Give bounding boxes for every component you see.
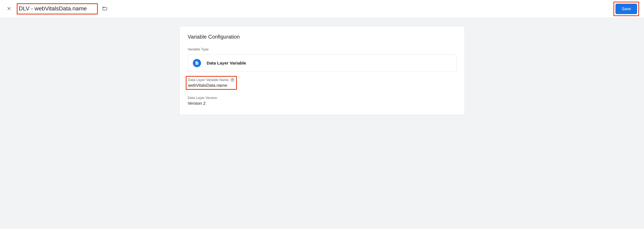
close-button[interactable] bbox=[5, 5, 13, 13]
dlv-version-value[interactable]: Version 2 bbox=[188, 101, 456, 106]
variable-name-input[interactable] bbox=[18, 5, 96, 13]
close-icon bbox=[6, 6, 12, 12]
folder-button[interactable] bbox=[101, 5, 109, 13]
editor-canvas: Variable Configuration Variable Type Dat… bbox=[0, 18, 644, 229]
variable-type-value: Data Layer Variable bbox=[207, 61, 246, 66]
config-section-title: Variable Configuration bbox=[188, 34, 456, 40]
data-layer-variable-icon bbox=[193, 59, 201, 67]
highlight-title bbox=[17, 3, 98, 15]
dlv-version-label: Data Layer Version bbox=[188, 96, 217, 100]
highlight-save: Save bbox=[614, 2, 639, 16]
variable-type-label: Variable Type bbox=[188, 47, 456, 52]
variable-config-card: Variable Configuration Variable Type Dat… bbox=[180, 26, 465, 115]
highlight-dlv-name: Data Layer Variable Name webVitalsData.n… bbox=[186, 76, 237, 90]
folder-icon bbox=[102, 6, 108, 12]
editor-topbar: Save bbox=[0, 0, 644, 18]
save-button[interactable]: Save bbox=[616, 4, 637, 14]
help-icon[interactable] bbox=[230, 78, 234, 82]
dlv-name-label: Data Layer Variable Name bbox=[188, 78, 229, 82]
dlv-name-value[interactable]: webVitalsData.name bbox=[188, 83, 234, 88]
variable-type-selector[interactable]: Data Layer Variable bbox=[188, 54, 456, 72]
